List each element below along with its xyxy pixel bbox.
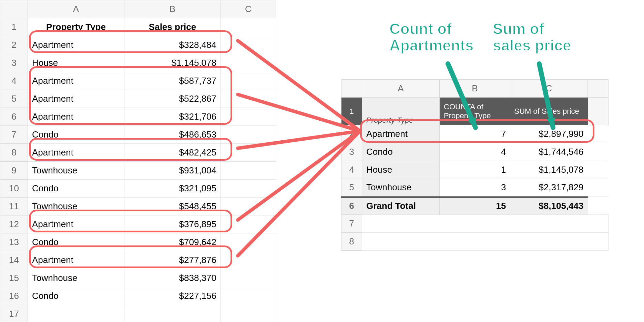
- cell-sales-price[interactable]: $328,484: [124, 36, 221, 54]
- blank-cell[interactable]: [221, 162, 276, 180]
- pivot-row-label[interactable]: House: [362, 161, 440, 179]
- blank-cell[interactable]: [221, 233, 276, 251]
- row-header[interactable]: 4: [0, 72, 28, 90]
- pivot-row-field[interactable]: Property Type: [362, 98, 440, 125]
- pivot-sum[interactable]: $2,317,829: [510, 179, 588, 197]
- blank-cell[interactable]: [588, 197, 609, 215]
- pivot-table[interactable]: A B C 1 Property Type COUNTA of Property…: [341, 79, 609, 251]
- blank-cell[interactable]: [588, 179, 609, 197]
- corner-cell[interactable]: [341, 80, 362, 98]
- cell-property-type[interactable]: Apartment: [28, 108, 124, 126]
- cell-property-type[interactable]: Condo: [28, 180, 124, 198]
- cell-property-type[interactable]: Condo: [28, 126, 124, 144]
- row-header[interactable]: 17: [0, 305, 28, 322]
- source-table[interactable]: A B C 1 Property Type Sales price 2Apart…: [0, 0, 276, 322]
- cell-sales-price[interactable]: $838,370: [124, 269, 221, 287]
- blank-cell[interactable]: [221, 180, 276, 198]
- blank-cell[interactable]: [221, 198, 276, 215]
- pivot-sum[interactable]: $2,897,990: [510, 125, 588, 143]
- col-header-B[interactable]: B: [124, 0, 221, 18]
- row-header[interactable]: 2: [341, 125, 362, 143]
- row-header[interactable]: 9: [0, 162, 28, 180]
- blank-cell[interactable]: [362, 215, 609, 233]
- row-header[interactable]: 4: [341, 161, 362, 179]
- cell-property-type[interactable]: Townhouse: [28, 162, 124, 180]
- blank-cell[interactable]: [221, 90, 276, 108]
- blank-cell[interactable]: [221, 305, 276, 322]
- row-header[interactable]: 3: [341, 143, 362, 161]
- blank-cell[interactable]: [221, 72, 276, 90]
- col-header-A[interactable]: A: [28, 0, 124, 18]
- blank-cell[interactable]: [221, 287, 276, 305]
- row-header[interactable]: 12: [0, 215, 28, 233]
- blank-cell[interactable]: [588, 143, 609, 161]
- blank-cell[interactable]: [588, 125, 609, 143]
- cell-sales-price[interactable]: $482,425: [124, 144, 221, 162]
- corner-cell[interactable]: [0, 0, 28, 18]
- cell-property-type[interactable]: Apartment: [28, 72, 124, 90]
- blank-cell[interactable]: [221, 18, 276, 36]
- cell-property-type[interactable]: Apartment: [28, 215, 124, 233]
- cell-property-type[interactable]: Apartment: [28, 251, 124, 269]
- cell-sales-price[interactable]: $227,156: [124, 287, 221, 305]
- cell-sales-price[interactable]: $277,876: [124, 251, 221, 269]
- header-property-type[interactable]: Property Type: [28, 18, 124, 36]
- pivot-count[interactable]: 1: [440, 161, 510, 179]
- row-header[interactable]: 5: [341, 179, 362, 197]
- cell-sales-price[interactable]: $587,737: [124, 72, 221, 90]
- grand-total-sum[interactable]: $8,105,443: [510, 197, 588, 215]
- row-header[interactable]: 7: [341, 215, 362, 233]
- cell-property-type[interactable]: Townhouse: [28, 198, 124, 215]
- cell-property-type[interactable]: Apartment: [28, 90, 124, 108]
- blank-cell[interactable]: [362, 233, 609, 251]
- blank-cell[interactable]: [588, 161, 609, 179]
- pivot-value-header-count[interactable]: COUNTA of Property Type: [440, 98, 510, 125]
- pivot-row-label[interactable]: Condo: [362, 143, 440, 161]
- pivot-count[interactable]: 4: [440, 143, 510, 161]
- cell-sales-price[interactable]: $1,145,078: [124, 54, 221, 72]
- col-header-blank[interactable]: [588, 80, 609, 98]
- row-header[interactable]: 10: [0, 180, 28, 198]
- pivot-count[interactable]: 7: [440, 125, 510, 143]
- cell-sales-price[interactable]: $548,455: [124, 198, 221, 215]
- pivot-count[interactable]: 3: [440, 179, 510, 197]
- row-header[interactable]: 6: [341, 197, 362, 215]
- row-header[interactable]: 16: [0, 287, 28, 305]
- row-header[interactable]: 1: [0, 18, 28, 36]
- blank-cell[interactable]: [221, 126, 276, 144]
- cell-property-type[interactable]: Condo: [28, 287, 124, 305]
- pivot-sum[interactable]: $1,145,078: [510, 161, 588, 179]
- pivot-sum[interactable]: $1,744,546: [510, 143, 588, 161]
- cell-sales-price[interactable]: $321,706: [124, 108, 221, 126]
- blank-cell[interactable]: [588, 98, 609, 125]
- blank-cell[interactable]: [221, 144, 276, 162]
- row-header[interactable]: 3: [0, 54, 28, 72]
- col-header-C[interactable]: C: [221, 0, 276, 18]
- blank-cell[interactable]: [221, 251, 276, 269]
- row-header[interactable]: 13: [0, 233, 28, 251]
- cell-property-type[interactable]: Townhouse: [28, 269, 124, 287]
- cell-sales-price[interactable]: $522,867: [124, 90, 221, 108]
- grand-total-count[interactable]: 15: [440, 197, 510, 215]
- row-header[interactable]: 15: [0, 269, 28, 287]
- cell-sales-price[interactable]: $376,895: [124, 215, 221, 233]
- header-sales-price[interactable]: Sales price: [124, 18, 221, 36]
- row-header[interactable]: 1: [341, 98, 362, 125]
- col-header-C[interactable]: C: [510, 80, 588, 98]
- row-header[interactable]: 8: [341, 233, 362, 251]
- blank-cell[interactable]: [221, 269, 276, 287]
- row-header[interactable]: 5: [0, 90, 28, 108]
- cell-sales-price[interactable]: $931,004: [124, 162, 221, 180]
- row-header[interactable]: 14: [0, 251, 28, 269]
- cell-property-type[interactable]: Apartment: [28, 36, 124, 54]
- pivot-row-label[interactable]: Townhouse: [362, 179, 440, 197]
- col-header-B[interactable]: B: [440, 80, 510, 98]
- grand-total-label[interactable]: Grand Total: [362, 197, 440, 215]
- cell-property-type[interactable]: Condo: [28, 233, 124, 251]
- cell-sales-price[interactable]: $709,642: [124, 233, 221, 251]
- row-header[interactable]: 6: [0, 108, 28, 126]
- blank-cell[interactable]: [28, 305, 124, 322]
- cell-sales-price[interactable]: $486,653: [124, 126, 221, 144]
- pivot-row-label[interactable]: Apartment: [362, 125, 440, 143]
- row-header[interactable]: 7: [0, 126, 28, 144]
